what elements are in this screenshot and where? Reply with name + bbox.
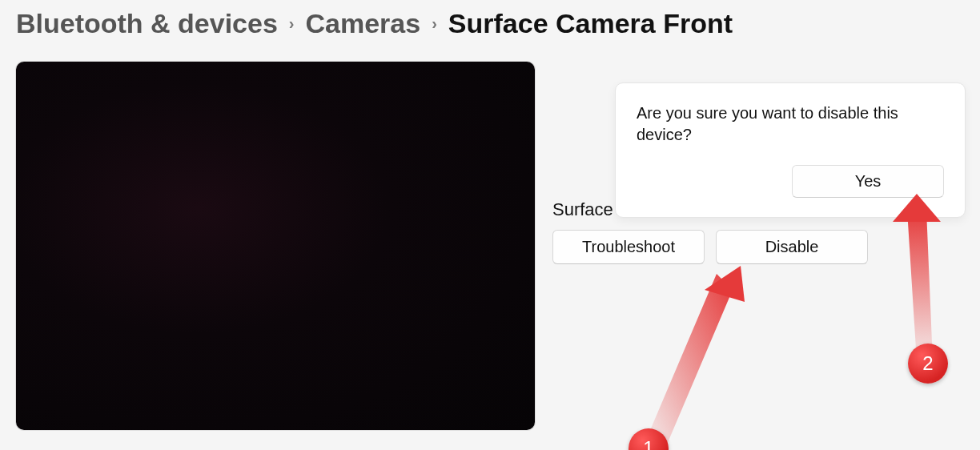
- breadcrumb-current: Surface Camera Front: [448, 8, 733, 39]
- breadcrumb: Bluetooth & devices › Cameras › Surface …: [0, 0, 980, 39]
- annotation-circle-1: 1: [629, 428, 669, 450]
- chevron-right-icon: ›: [432, 14, 437, 33]
- confirm-yes-button[interactable]: Yes: [792, 165, 944, 198]
- annotation-arrow-1: [621, 266, 821, 450]
- disable-button[interactable]: Disable: [716, 230, 868, 264]
- annotation-circle-2: 2: [908, 344, 948, 384]
- action-button-row: Troubleshoot Disable: [552, 230, 964, 264]
- breadcrumb-level2[interactable]: Cameras: [306, 8, 421, 39]
- confirm-dialog: Are you sure you want to disable this de…: [615, 82, 966, 218]
- chevron-right-icon: ›: [289, 14, 295, 33]
- svg-marker-1: [705, 266, 745, 302]
- breadcrumb-level1[interactable]: Bluetooth & devices: [16, 8, 278, 39]
- svg-marker-0: [649, 274, 733, 450]
- annotation-arrow-2: [885, 194, 980, 386]
- troubleshoot-button[interactable]: Troubleshoot: [552, 230, 705, 264]
- camera-preview: [16, 62, 535, 430]
- dialog-message: Are you sure you want to disable this de…: [637, 102, 944, 146]
